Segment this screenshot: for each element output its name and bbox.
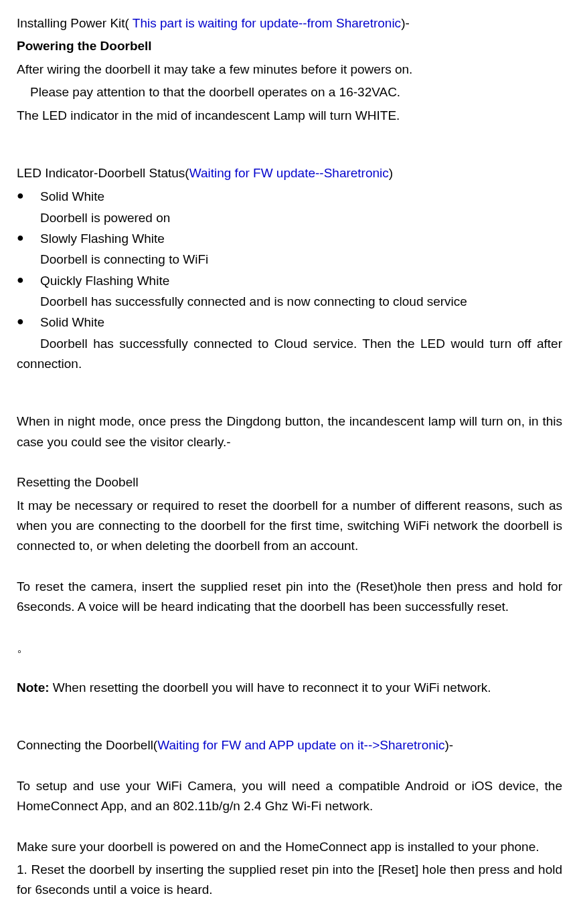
title-line: Installing Power Kit( This part is waiti…	[17, 13, 562, 33]
connecting-p2: Make sure your doorbell is powered on an…	[17, 837, 562, 857]
title-prefix: Installing Power Kit(	[17, 16, 133, 30]
connecting-heading: Connecting the Doorbell(Waiting for FW a…	[17, 735, 562, 755]
list-item: ● Slowly Flashing White Doorbell is conn…	[17, 228, 562, 270]
bullet-icon: ●	[17, 312, 24, 332]
item-desc: Doorbell has successfully connected and …	[40, 291, 562, 312]
bullet-icon: ●	[17, 228, 24, 248]
connecting-blue: Waiting for FW and APP update on it-->Sh…	[157, 738, 444, 752]
list-item: ● Solid White Doorbell is powered on	[17, 186, 562, 228]
resetting-p2: To reset the camera, insert the supplied…	[17, 577, 562, 618]
connecting-prefix: Connecting the Doorbell(	[17, 738, 157, 752]
item-desc: Doorbell is powered on	[40, 207, 562, 228]
resetting-heading: Resetting the Doobell	[17, 472, 562, 492]
bullet-icon: ●	[17, 270, 24, 290]
led-status-suffix: )	[389, 166, 393, 180]
item-desc-line1: Doorbell has successfully connected to C…	[40, 333, 562, 354]
intro-line1: After wiring the doorbell it may take a …	[17, 60, 562, 80]
note-label: Note:	[17, 680, 50, 695]
intro-line2: Please pay attention to that the doorbel…	[17, 82, 562, 102]
title-blue-note: This part is waiting for update--from Sh…	[133, 16, 401, 30]
item-desc: Doorbell is connecting to WiFi	[40, 249, 562, 270]
subtitle: Powering the Doorbell	[17, 36, 562, 56]
item-title: Solid White	[40, 186, 562, 207]
led-status-heading: LED Indicator-Doorbell Status(Waiting fo…	[17, 163, 562, 183]
connecting-suffix: )-	[445, 738, 454, 752]
led-status-blue: Waiting for FW update--Sharetronic	[189, 166, 389, 180]
circle-char: 。	[17, 638, 562, 658]
note-line: Note: When resetting the doorbell you wi…	[17, 678, 562, 698]
title-suffix: )-	[401, 16, 410, 30]
led-status-list: ● Solid White Doorbell is powered on ● S…	[17, 186, 562, 354]
night-mode-text: When in night mode, once press the Dingd…	[17, 411, 562, 452]
note-text: When resetting the doorbell you will hav…	[50, 680, 491, 695]
item-title: Solid White	[40, 312, 562, 333]
connecting-p1: To setup and use your WiFi Camera, you w…	[17, 776, 562, 817]
resetting-p1: It may be necessary or required to reset…	[17, 496, 562, 557]
intro-line3: The LED indicator in the mid of incandes…	[17, 106, 562, 126]
item-desc-line2: connection.	[17, 354, 562, 374]
led-status-prefix: LED Indicator-Doorbell Status(	[17, 166, 189, 180]
list-item: ● Solid White Doorbell has successfully …	[17, 312, 562, 354]
bullet-icon: ●	[17, 186, 24, 206]
list-item: ● Quickly Flashing White Doorbell has su…	[17, 270, 562, 312]
item-title: Quickly Flashing White	[40, 270, 562, 291]
connecting-p3: 1. Reset the doorbell by inserting the s…	[17, 860, 562, 901]
item-title: Slowly Flashing White	[40, 228, 562, 249]
